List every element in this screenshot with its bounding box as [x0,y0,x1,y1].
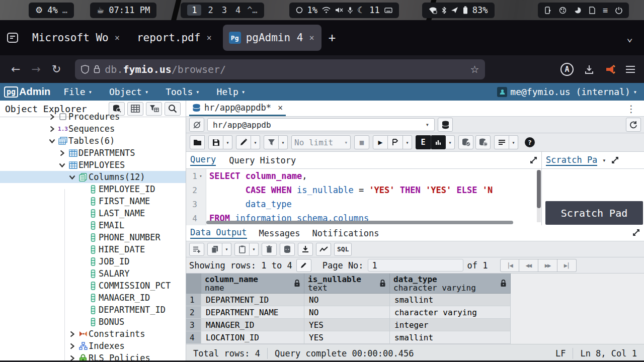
tab-query[interactable]: Query [190,154,216,166]
sql-editor[interactable]: 1▾SELECT column_name,2 CASE WHEN is_null… [186,169,541,225]
data-cell[interactable]: character varying [390,306,511,319]
tree-item-commission-pct[interactable]: COMMISSION_PCT [0,280,186,292]
tab-scratch-pad[interactable]: Scratch Pa [546,155,597,166]
workspace-4[interactable]: 4 [233,5,243,15]
tab-notifications[interactable]: Notifications [312,228,379,238]
explain-analyze-button[interactable] [431,135,446,149]
query-tab[interactable]: hr/app@appdb* × [189,101,286,116]
system-tray[interactable]: ≡ [538,3,629,18]
chevron-right-icon[interactable] [56,150,67,156]
tree-item-constraints[interactable]: Constraints [0,328,186,340]
expand-icon[interactable] [611,156,619,164]
column-header-is-nullable[interactable]: is_nullabletext [304,274,390,294]
lock-icon[interactable] [94,65,100,73]
expand-icon[interactable] [632,228,640,238]
close-icon[interactable]: × [278,103,283,113]
next-page-button[interactable]: ▶▶ [538,259,557,272]
commit-button[interactable] [458,135,473,149]
add-row-button[interactable] [189,243,204,256]
extension-icon[interactable] [605,64,616,75]
tree-item-employees[interactable]: EMPLOYEES [0,159,186,171]
tree-item-email[interactable]: EMAIL [0,219,186,231]
chevron-right-icon[interactable] [46,126,57,132]
rollback-button[interactable] [475,135,491,149]
tree-item-procedures[interactable]: Procedures [0,111,186,123]
edit-cell-button[interactable] [296,259,311,272]
tree-item-job-id[interactable]: JOB_ID [0,255,186,267]
tree-item-sequences[interactable]: 1.3Sequences [0,123,186,135]
tree-item-last-name[interactable]: LAST_NAME [0,207,186,219]
tree-item-columns-12[interactable]: Columns(12) [0,171,186,183]
url-bar[interactable]: db.fymio.us/browser/ ☆ [75,59,485,79]
chevron-right-icon[interactable] [46,114,57,120]
tree-item-departments[interactable]: DEPARTMENTS [0,147,186,159]
execute-options-button[interactable] [388,135,403,149]
sql-line-3[interactable]: 3 data_type [186,197,541,211]
tab-messages[interactable]: Messages [259,228,300,238]
profile-avatar[interactable]: A [560,63,574,76]
filter-dropdown[interactable]: ▾ [279,135,288,149]
reload-button[interactable]: ↻ [52,63,61,75]
paste-button[interactable] [234,243,250,256]
tree-item-rls-policies[interactable]: RLS Policies [0,352,186,362]
column-header-column-name[interactable]: column_namename [201,274,304,294]
sql-line-2[interactable]: 2 CASE WHEN is_nullable = 'YES' THEN 'YE… [186,183,541,197]
tab-data-output[interactable]: Data Output [190,227,247,239]
menu-icon[interactable] [626,66,635,73]
chart-button[interactable] [316,243,331,256]
tree-item-department-id[interactable]: DEPARTMENT_ID [0,304,186,316]
last-page-button[interactable]: ▶| [557,259,577,272]
tree-item-employee-id[interactable]: EMPLOYEE_ID [0,183,186,195]
clock-widget[interactable]: ☕ 07:11 PM [90,3,156,18]
prev-page-button[interactable]: ◀◀ [519,259,538,272]
editor-vscrollbar[interactable] [537,170,541,222]
row-number-cell[interactable]: 2 [186,306,201,319]
page-no-input[interactable]: 1 [368,259,463,272]
close-icon[interactable]: × [205,33,212,43]
editor-hscrollbar[interactable] [206,221,536,224]
data-cell[interactable]: DEPARTMENT_NAME [201,306,304,319]
browser-tab-pgadmin-4[interactable]: PgpgAdmin 4× [223,25,321,51]
save-page-icon[interactable] [584,64,595,75]
tab-query-history[interactable]: Query History [229,155,296,165]
connection-select[interactable]: hr/app@appdb ▾ [207,118,435,131]
sql-button[interactable]: SQL [334,243,352,256]
data-cell[interactable]: smallint [390,331,511,344]
macros-button[interactable] [494,135,509,149]
workspace-switcher[interactable]: 1234^… [181,3,264,18]
menu-help[interactable]: Help▾ [217,86,246,97]
copy-dropdown[interactable]: ▾ [222,243,231,256]
chevron-right-icon[interactable] [66,355,77,361]
first-page-button[interactable]: |◀ [500,259,519,272]
chevron-down-icon[interactable] [56,162,67,168]
filter-rows-button[interactable] [264,135,279,149]
data-cell[interactable]: NO [304,294,390,306]
chevron-down-icon[interactable] [46,138,57,144]
data-cell[interactable]: smallint [390,294,511,306]
new-tab-button[interactable]: + [329,31,336,45]
workspace-1[interactable]: 1 [187,5,201,16]
data-cell[interactable]: NO [304,306,390,319]
save-data-button[interactable] [280,243,295,256]
explain-dropdown[interactable]: ▾ [446,135,455,149]
scratch-pad-body[interactable] [542,169,644,201]
explain-button[interactable]: E [416,135,431,149]
close-icon[interactable]: × [114,33,121,43]
workspace-2[interactable]: 2 [206,5,215,15]
eol-indicator[interactable]: LF [548,348,573,359]
limit-select[interactable]: No limit▾ [291,135,351,149]
row-number-cell[interactable]: 1 [186,294,201,306]
data-cell[interactable]: YES [304,319,390,331]
delete-row-button[interactable] [262,243,277,256]
kebab-menu-icon[interactable]: ⋮ [626,103,636,114]
paste-dropdown[interactable]: ▾ [250,243,259,256]
menu-file[interactable]: File▾ [63,86,92,97]
tree-item-manager-id[interactable]: MANAGER_ID [0,292,186,304]
copy-button[interactable] [207,243,222,256]
expand-icon[interactable] [530,156,537,164]
tree-item-hire-date[interactable]: HIRE_DATE [0,243,186,255]
menu-tools[interactable]: Tools▾ [166,86,199,97]
macros-dropdown[interactable]: ▾ [509,135,518,149]
workspace-3[interactable]: 3 [220,5,229,15]
back-button[interactable]: ← [11,63,20,75]
